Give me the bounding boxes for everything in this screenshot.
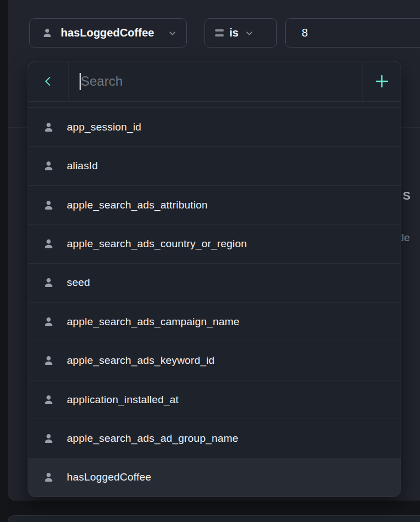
search-input[interactable] [69, 61, 362, 101]
plus-icon [374, 74, 390, 89]
person-icon [43, 238, 55, 250]
property-selector-label: hasLoggedCoffee [61, 27, 160, 39]
list-item-label: apple_search_ads_country_or_region [67, 238, 247, 250]
chevron-left-icon [42, 75, 54, 87]
list-item-aliasid[interactable]: aliasId [28, 147, 401, 185]
list-item-hasloggedcoffee[interactable]: hasLoggedCoffee [28, 458, 401, 497]
list-item-seed[interactable]: seed [28, 264, 401, 302]
list-item-label: apple_search_ads_ad_group_name [67, 432, 238, 445]
chevron-down-icon [244, 28, 254, 38]
person-icon [43, 199, 55, 211]
list-item-apple-search-ads-attribution[interactable]: apple_search_ads_attribution [28, 186, 401, 225]
property-selector-button[interactable]: hasLoggedCoffee [29, 18, 187, 48]
back-button[interactable] [28, 61, 69, 101]
list-item-label: hasLoggedCoffee [67, 471, 151, 483]
list-item-app-session-id[interactable]: app_session_id [28, 108, 401, 147]
add-property-button[interactable] [362, 61, 401, 101]
operator-selector-button[interactable]: is [204, 18, 277, 48]
list-item-label: app_session_id [67, 121, 141, 133]
person-icon [43, 121, 55, 133]
next-filter-card-sliver [8, 515, 420, 522]
list-item-label: apple_search_ads_attribution [67, 199, 208, 211]
person-icon [41, 27, 53, 39]
person-icon [43, 276, 55, 289]
list-item-application-installed-at[interactable]: application_installed_at [28, 380, 401, 419]
list-item-apple-search-ads-campaign-name[interactable]: apple_search_ads_campaign_name [28, 302, 401, 341]
dropdown-header [28, 61, 401, 102]
list-item-label: apple_search_ads_keyword_id [67, 354, 214, 367]
list-item-label: seed [67, 276, 90, 289]
list-item-apple-search-ads-ad-group-name[interactable]: apple_search_ads_ad_group_name [28, 419, 401, 458]
search-field-container [69, 61, 362, 101]
list-item-apple-search-ads-country-or-region[interactable]: apple_search_ads_country_or_region [28, 225, 401, 263]
person-icon [43, 471, 55, 483]
person-icon [43, 316, 55, 328]
filter-value-text: 8 [302, 27, 308, 39]
person-icon [43, 394, 55, 406]
list-item-label: apple_search_ads_campaign_name [67, 316, 239, 328]
list-scroll-sliver [28, 102, 401, 108]
list-item-label: application_installed_at [67, 394, 179, 406]
person-icon [43, 354, 55, 367]
property-dropdown-panel: app_session_id aliasId apple_search_ads_… [28, 61, 401, 497]
text-caret [80, 73, 81, 90]
operator-selector-label: is [229, 27, 239, 39]
property-list: app_session_id aliasId apple_search_ads_… [28, 108, 401, 497]
person-icon [43, 432, 55, 445]
list-item-label: aliasId [67, 160, 98, 172]
person-icon [43, 160, 55, 172]
equals-icon [215, 29, 224, 36]
list-item-apple-search-ads-keyword-id[interactable]: apple_search_ads_keyword_id [28, 341, 401, 380]
chevron-down-icon [167, 28, 177, 38]
filter-value-field[interactable]: 8 [285, 18, 420, 48]
